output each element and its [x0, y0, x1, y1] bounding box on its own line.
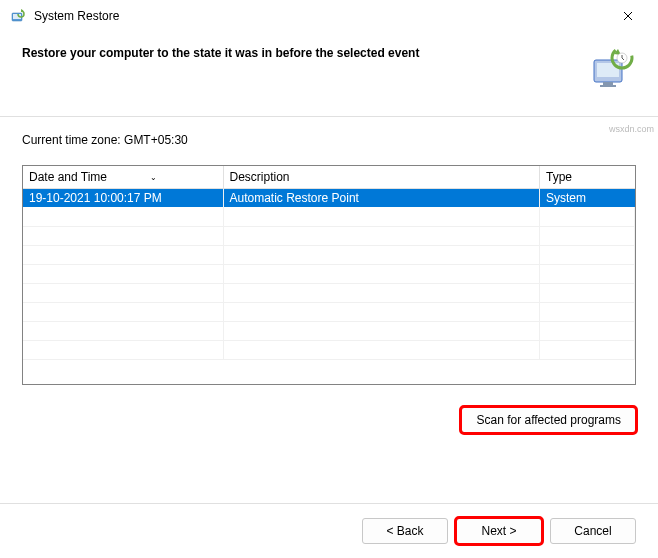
table-row-empty [23, 264, 635, 283]
titlebar: System Restore [0, 0, 658, 32]
table-row-empty [23, 283, 635, 302]
next-button[interactable]: Next > [456, 518, 542, 544]
sort-desc-icon: ⌄ [150, 173, 157, 182]
cancel-button[interactable]: Cancel [550, 518, 636, 544]
timezone-label: Current time zone: GMT+05:30 [22, 133, 636, 147]
scan-button-row: Scan for affected programs [22, 407, 636, 433]
restore-large-icon [588, 44, 636, 92]
cell-date: 19-10-2021 10:00:17 PM [23, 189, 223, 208]
system-restore-window: System Restore Restore your computer to … [0, 0, 658, 558]
table-row-empty [23, 245, 635, 264]
table-row-empty [23, 207, 635, 226]
header-section: Restore your computer to the state it wa… [0, 32, 658, 116]
footer-buttons: < Back Next > Cancel [0, 503, 658, 558]
table-row-empty [23, 321, 635, 340]
window-title: System Restore [34, 9, 608, 23]
table-header-row: Date and Time ⌄ Description Type [23, 166, 635, 189]
column-header-date[interactable]: Date and Time ⌄ [23, 166, 223, 189]
svg-rect-4 [603, 82, 613, 85]
column-label: Description [230, 170, 290, 184]
table-row[interactable]: 19-10-2021 10:00:17 PM Automatic Restore… [23, 189, 635, 208]
cell-type: System [540, 189, 635, 208]
column-label: Type [546, 170, 572, 184]
content-area: Current time zone: GMT+05:30 Date and Ti… [0, 117, 658, 503]
svg-rect-5 [600, 85, 616, 87]
table-row-empty [23, 302, 635, 321]
watermark: wsxdn.com [609, 124, 654, 134]
column-header-description[interactable]: Description [223, 166, 540, 189]
table-row-empty [23, 340, 635, 359]
system-restore-icon [10, 8, 26, 24]
column-header-type[interactable]: Type [540, 166, 635, 189]
instruction-text: Restore your computer to the state it wa… [22, 44, 578, 60]
back-button[interactable]: < Back [362, 518, 448, 544]
table-row-empty [23, 226, 635, 245]
column-label: Date and Time [29, 170, 107, 184]
close-button[interactable] [608, 2, 648, 30]
cell-description: Automatic Restore Point [223, 189, 540, 208]
scan-affected-programs-button[interactable]: Scan for affected programs [461, 407, 636, 433]
restore-points-table[interactable]: Date and Time ⌄ Description Type 19-10-2… [22, 165, 636, 385]
